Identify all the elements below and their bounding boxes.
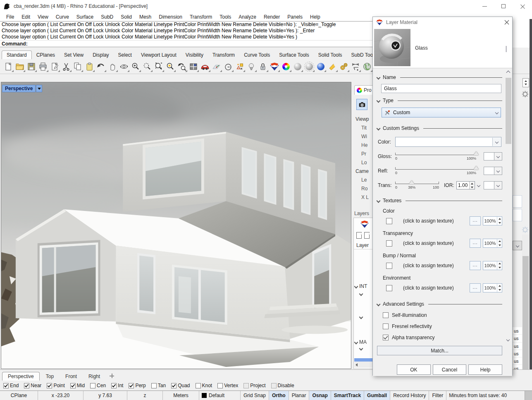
layers-column-header[interactable]: Layer [354, 241, 374, 249]
osnap-mid[interactable]: Mid [70, 383, 85, 388]
layer-group-expand-icon[interactable] [360, 347, 363, 350]
osnap-project-checkbox[interactable] [243, 383, 249, 388]
texture-browse-button[interactable]: ... [470, 261, 481, 270]
status-toggle-filter[interactable]: Filter [429, 391, 446, 400]
osnap-tan-checkbox[interactable] [151, 383, 157, 388]
viewport-menu-arrow-icon[interactable] [36, 85, 42, 92]
osnap-project[interactable]: Project [243, 383, 265, 388]
texture-assign-link[interactable]: (click to assign texture) [403, 240, 454, 246]
spinner-arrows-icon[interactable] [497, 239, 502, 247]
osnap-int-checkbox[interactable] [111, 383, 117, 388]
color-select[interactable] [395, 137, 501, 147]
match-button[interactable]: Match... [377, 346, 502, 355]
slider-handle[interactable] [474, 151, 479, 155]
material-column-row[interactable]: us [513, 350, 522, 357]
osnap-tan[interactable]: Tan [151, 383, 166, 388]
gloss-dropdown-icon[interactable] [494, 152, 502, 160]
refl-slider[interactable]: 0100% [395, 165, 476, 176]
menu-edit[interactable]: Edit [18, 13, 34, 21]
layers-hscrollbar[interactable] [354, 362, 373, 368]
toolbar-spotlight-icon[interactable] [327, 61, 338, 72]
texture-bump-normal-checkbox[interactable] [386, 263, 392, 269]
viewport-properties-button[interactable] [356, 99, 367, 110]
toolbar-selection-filter-icon[interactable] [234, 61, 246, 72]
status-toggle-grid-snap[interactable]: Grid Snap [241, 391, 269, 400]
toolbar-rotate-view-icon[interactable] [118, 61, 130, 72]
help-button[interactable]: Help [468, 364, 502, 375]
alpha-transparency-checkbox[interactable] [383, 335, 389, 340]
preview-expand-icon[interactable] [506, 46, 506, 52]
menu-analyze[interactable]: Analyze [235, 13, 260, 21]
slider-handle[interactable] [474, 166, 479, 170]
panel-gear-icon[interactable] [522, 91, 529, 98]
toolbar-annotate-icon[interactable] [49, 61, 60, 72]
menu-surface[interactable]: Surface [73, 13, 97, 21]
menu-tools[interactable]: Tools [216, 13, 235, 21]
self-illumination-checkbox[interactable] [383, 312, 389, 318]
section-type[interactable]: Type [377, 97, 502, 104]
toolbar-zoom-dynamic-icon[interactable] [141, 61, 153, 72]
layer-group-expand-icon[interactable] [360, 316, 363, 319]
osnap-mid-checkbox[interactable] [70, 383, 76, 388]
texture-assign-link[interactable]: (click to assign texture) [403, 263, 454, 268]
osnap-int[interactable]: Int [111, 383, 123, 388]
dialog-scrollbar[interactable] [505, 69, 512, 343]
toolbar-pan-icon[interactable] [107, 61, 118, 72]
texture-amount-spinner[interactable]: 100% [483, 261, 502, 270]
menu-render[interactable]: Render [260, 13, 284, 21]
status-cplane[interactable]: CPlane [0, 391, 38, 400]
section-name[interactable]: Name [377, 74, 502, 81]
trans-slider[interactable]: 038%100 [395, 180, 439, 191]
status-toggle-ortho[interactable]: Ortho [269, 391, 289, 400]
toolbar-cut-icon[interactable] [60, 61, 72, 72]
toolbar-cplane-icon[interactable] [211, 61, 222, 72]
new-layer-icon[interactable] [356, 232, 362, 239]
menu-help[interactable]: Help [306, 13, 324, 21]
texture-assign-link[interactable]: (click to assign texture) [403, 218, 454, 224]
spinner-arrows-icon[interactable] [497, 217, 502, 225]
toolbar-render-icon[interactable] [269, 61, 280, 72]
toolbar-earth-icon[interactable] [361, 61, 373, 72]
toolbar-tab-select[interactable]: Select [114, 51, 136, 59]
toolbar-zoom-in-icon[interactable] [130, 61, 141, 72]
section-custom-settings[interactable]: Custom Settings [377, 125, 502, 132]
spinner-arrows-icon[interactable] [497, 261, 502, 270]
osnap-vertex[interactable]: Vertex [217, 383, 238, 388]
toolbar-tab-display[interactable]: Display [88, 51, 113, 59]
status-z[interactable]: z [127, 391, 163, 400]
viewport-tab-top[interactable]: Top [41, 372, 59, 381]
osnap-disable[interactable]: Disable [271, 383, 294, 388]
toolbar-tab-cplanes[interactable]: CPlanes [32, 51, 60, 59]
gloss-value-box[interactable] [484, 152, 494, 160]
osnap-point[interactable]: Point [47, 383, 64, 388]
material-column-row[interactable]: us [513, 343, 522, 350]
menu-transform[interactable]: Transform [186, 13, 216, 21]
toolbar-sphere-blue-icon[interactable] [315, 61, 327, 72]
texture-transparency-checkbox[interactable] [386, 240, 392, 247]
status-default[interactable]: Default [199, 391, 241, 400]
panel-spinner[interactable] [522, 78, 529, 87]
material-type-select[interactable]: Custom [382, 108, 501, 117]
menu-file[interactable]: File [2, 13, 18, 21]
texture-amount-spinner[interactable]: 100% [483, 283, 502, 292]
toolbar-tab-set-view[interactable]: Set View [60, 51, 88, 59]
osnap-disable-checkbox[interactable] [271, 383, 277, 388]
panel-gear-icon[interactable] [522, 226, 529, 233]
new-viewport-icon[interactable] [110, 374, 114, 378]
ok-button[interactable]: OK [397, 364, 431, 375]
new-sublayer-icon[interactable] [364, 232, 370, 239]
fresnel-reflectivity-checkbox[interactable] [383, 323, 389, 329]
toolbar-tab-transform[interactable]: Transform [208, 51, 239, 59]
material-preview-row[interactable]: Glass [373, 28, 512, 68]
spinner-arrows-icon[interactable] [469, 182, 475, 189]
close-button[interactable] [513, 0, 532, 12]
texture-assign-link[interactable]: (click to assign texture) [403, 285, 454, 291]
texture-browse-button[interactable]: ... [470, 283, 481, 292]
texture-browse-button[interactable]: ... [470, 239, 481, 248]
osnap-quad[interactable]: Quad [171, 383, 190, 388]
slider-handle[interactable] [409, 180, 414, 184]
spinner-arrows-icon[interactable] [497, 284, 502, 292]
osnap-near[interactable]: Near [24, 383, 41, 388]
menu-panels[interactable]: Panels [284, 13, 306, 21]
layer-group-expand-icon[interactable] [360, 292, 363, 295]
